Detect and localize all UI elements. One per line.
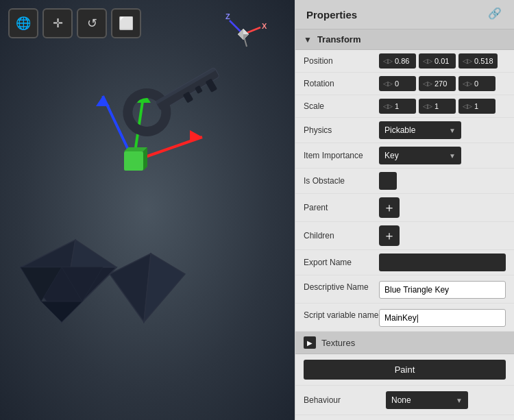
children-row: Children ＋ — [295, 222, 514, 250]
scale-label: Scale — [304, 101, 379, 111]
export-name-label: Export Name — [304, 258, 379, 267]
globe-button[interactable]: 🌐 — [8, 8, 38, 38]
export-name-input[interactable] — [379, 254, 506, 271]
script-variable-label: Script variable name — [304, 308, 379, 320]
physics-value: Pickable — [384, 125, 415, 135]
transform-section-header[interactable]: ▼ Transform — [295, 29, 514, 50]
rotation-z-input[interactable]: ◁▷ 0 — [458, 76, 495, 91]
link-icon[interactable]: 🔗 — [488, 7, 503, 22]
is-obstacle-row: Is Obstacle — [295, 169, 514, 194]
rotation-row: Rotation ◁▷ 0 ◁▷ 270 ◁▷ 0 — [295, 73, 514, 95]
item-importance-row: Item Importance Key ▼ — [295, 143, 514, 169]
textures-play-icon[interactable]: ▶ — [304, 336, 316, 349]
children-add-button[interactable]: ＋ — [379, 225, 400, 246]
rotation-y-input[interactable]: ◁▷ 270 — [419, 76, 456, 91]
parent-add-button[interactable]: ＋ — [379, 197, 400, 218]
textures-section[interactable]: ▶ Textures — [295, 332, 514, 354]
scene-svg: Z X — [0, 0, 295, 420]
svg-marker-16 — [143, 147, 147, 171]
rotation-x-arrows: ◁▷ — [383, 81, 393, 87]
svg-text:X: X — [262, 22, 267, 30]
script-variable-row: Script variable name — [295, 304, 514, 332]
scale-z-arrows: ◁▷ — [463, 103, 472, 110]
script-variable-input[interactable] — [379, 309, 506, 327]
paint-button-container: Paint — [295, 354, 514, 386]
children-label: Children — [304, 231, 379, 240]
item-importance-dropdown-arrow: ▼ — [449, 152, 456, 160]
scale-button[interactable]: ⬜ — [111, 8, 141, 38]
scale-y-input[interactable]: ◁▷ 1 — [419, 99, 456, 114]
physics-dropdown-arrow: ▼ — [449, 127, 456, 134]
item-importance-dropdown[interactable]: Key ▼ — [379, 147, 461, 164]
scale-values: ◁▷ 1 ◁▷ 1 ◁▷ 1 — [379, 99, 506, 114]
is-obstacle-checkbox[interactable] — [379, 172, 397, 190]
svg-marker-30 — [41, 301, 82, 322]
behaviour-row: Behaviour None ▼ — [295, 386, 514, 415]
rotation-label: Rotation — [304, 79, 379, 88]
textures-label: Textures — [321, 338, 355, 348]
export-name-row: Export Name — [295, 250, 514, 275]
position-row: Position ◁▷ 0.86 ◁▷ 0.01 ◁▷ 0.518 — [295, 50, 514, 73]
properties-content: Position ◁▷ 0.86 ◁▷ 0.01 ◁▷ 0.518 Rotati… — [295, 50, 514, 415]
svg-rect-14 — [124, 151, 143, 171]
position-x-input[interactable]: ◁▷ 0.86 — [379, 53, 416, 69]
scale-z-value: 1 — [474, 102, 478, 110]
behaviour-dropdown[interactable]: None ▼ — [386, 391, 468, 409]
position-z-input[interactable]: ◁▷ 0.518 — [458, 53, 498, 69]
parent-label: Parent — [304, 203, 379, 212]
svg-marker-9 — [96, 96, 110, 106]
position-z-arrows: ◁▷ — [463, 58, 472, 64]
svg-point-18 — [121, 86, 173, 138]
item-importance-value: Key — [384, 151, 399, 160]
position-y-input[interactable]: ◁▷ 0.01 — [419, 53, 456, 69]
paint-button[interactable]: Paint — [304, 360, 506, 380]
descriptive-name-input[interactable] — [379, 281, 506, 299]
rotation-values: ◁▷ 0 ◁▷ 270 ◁▷ 0 — [379, 76, 506, 91]
behaviour-dropdown-arrow: ▼ — [456, 397, 463, 404]
scale-x-arrows: ◁▷ — [383, 103, 393, 110]
rotation-z-value: 0 — [474, 79, 478, 88]
transform-arrow-icon: ▼ — [304, 35, 312, 45]
position-z-value: 0.518 — [474, 57, 493, 65]
transform-section-title: Transform — [317, 34, 361, 45]
position-x-value: 0.86 — [395, 57, 409, 65]
scale-y-arrows: ◁▷ — [423, 103, 432, 110]
rotation-y-value: 270 — [435, 79, 447, 88]
panel-header: Properties 🔗 — [295, 0, 514, 29]
physics-dropdown[interactable]: Pickable ▼ — [379, 121, 461, 139]
rotation-z-arrows: ◁▷ — [463, 81, 472, 87]
panel-title: Properties — [306, 9, 357, 21]
rotation-x-value: 0 — [395, 79, 399, 88]
scale-z-input[interactable]: ◁▷ 1 — [458, 99, 495, 114]
descriptive-name-label: Descriptive Name — [304, 280, 379, 292]
scale-y-value: 1 — [435, 102, 439, 110]
svg-text:Z: Z — [225, 12, 230, 21]
position-values: ◁▷ 0.86 ◁▷ 0.01 ◁▷ 0.518 — [379, 53, 506, 69]
scale-x-input[interactable]: ◁▷ 1 — [379, 99, 416, 114]
physics-label: Physics — [304, 125, 379, 135]
rotation-y-arrows: ◁▷ — [423, 81, 432, 87]
item-importance-label: Item Importance — [304, 151, 379, 160]
move-button[interactable]: ✛ — [42, 8, 73, 38]
properties-panel: Properties 🔗 ▼ Transform Position ◁▷ 0.8… — [295, 0, 514, 420]
svg-marker-27 — [144, 254, 185, 322]
toolbar: 🌐 ✛ ↺ ⬜ — [8, 8, 141, 38]
position-y-value: 0.01 — [435, 57, 449, 65]
viewport[interactable]: 🌐 ✛ ↺ ⬜ Z X — [0, 0, 295, 420]
scale-x-value: 1 — [395, 102, 399, 110]
behaviour-value: None — [391, 395, 411, 405]
descriptive-name-row: Descriptive Name — [295, 275, 514, 304]
position-x-arrows: ◁▷ — [383, 58, 393, 64]
position-y-arrows: ◁▷ — [423, 58, 432, 64]
scale-row: Scale ◁▷ 1 ◁▷ 1 ◁▷ 1 — [295, 95, 514, 118]
parent-row: Parent ＋ — [295, 194, 514, 222]
rotation-x-input[interactable]: ◁▷ 0 — [379, 76, 416, 91]
behaviour-label: Behaviour — [304, 395, 379, 405]
position-label: Position — [304, 56, 379, 66]
physics-row: Physics Pickable ▼ — [295, 118, 514, 143]
rotate-button[interactable]: ↺ — [77, 8, 107, 38]
is-obstacle-label: Is Obstacle — [304, 176, 379, 186]
